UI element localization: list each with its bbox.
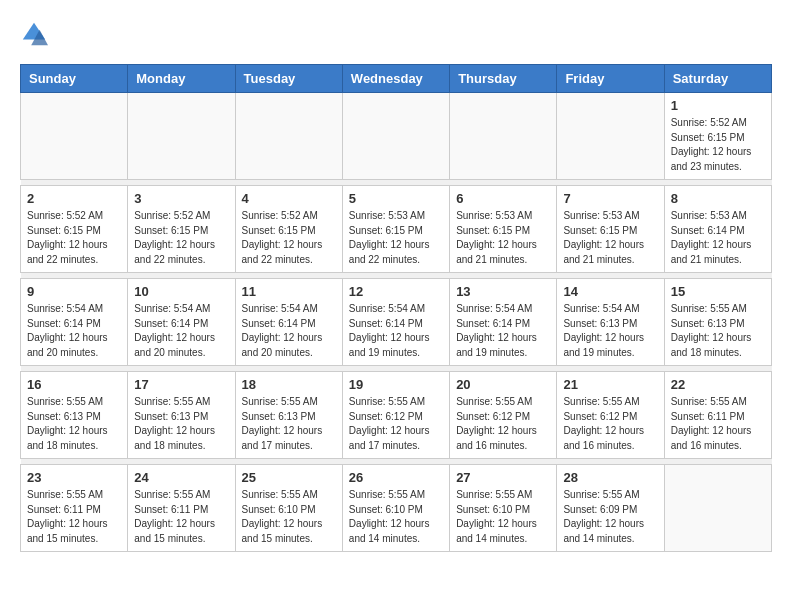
day-number: 8 bbox=[671, 191, 765, 206]
calendar-day: 16Sunrise: 5:55 AM Sunset: 6:13 PM Dayli… bbox=[21, 372, 128, 459]
weekday-header-friday: Friday bbox=[557, 65, 664, 93]
calendar-day: 8Sunrise: 5:53 AM Sunset: 6:14 PM Daylig… bbox=[664, 186, 771, 273]
weekday-header-monday: Monday bbox=[128, 65, 235, 93]
day-number: 25 bbox=[242, 470, 336, 485]
day-info: Sunrise: 5:55 AM Sunset: 6:12 PM Dayligh… bbox=[349, 395, 443, 453]
day-info: Sunrise: 5:54 AM Sunset: 6:14 PM Dayligh… bbox=[242, 302, 336, 360]
day-info: Sunrise: 5:52 AM Sunset: 6:15 PM Dayligh… bbox=[671, 116, 765, 174]
day-info: Sunrise: 5:55 AM Sunset: 6:10 PM Dayligh… bbox=[456, 488, 550, 546]
calendar-day: 6Sunrise: 5:53 AM Sunset: 6:15 PM Daylig… bbox=[450, 186, 557, 273]
day-info: Sunrise: 5:54 AM Sunset: 6:14 PM Dayligh… bbox=[349, 302, 443, 360]
day-info: Sunrise: 5:55 AM Sunset: 6:13 PM Dayligh… bbox=[27, 395, 121, 453]
day-number: 22 bbox=[671, 377, 765, 392]
calendar-day: 10Sunrise: 5:54 AM Sunset: 6:14 PM Dayli… bbox=[128, 279, 235, 366]
day-number: 2 bbox=[27, 191, 121, 206]
day-info: Sunrise: 5:53 AM Sunset: 6:15 PM Dayligh… bbox=[563, 209, 657, 267]
day-info: Sunrise: 5:55 AM Sunset: 6:10 PM Dayligh… bbox=[349, 488, 443, 546]
calendar-day bbox=[664, 465, 771, 552]
day-number: 10 bbox=[134, 284, 228, 299]
day-info: Sunrise: 5:54 AM Sunset: 6:13 PM Dayligh… bbox=[563, 302, 657, 360]
day-info: Sunrise: 5:53 AM Sunset: 6:15 PM Dayligh… bbox=[349, 209, 443, 267]
calendar-week-2: 9Sunrise: 5:54 AM Sunset: 6:14 PM Daylig… bbox=[21, 279, 772, 366]
calendar-day: 12Sunrise: 5:54 AM Sunset: 6:14 PM Dayli… bbox=[342, 279, 449, 366]
calendar-day: 28Sunrise: 5:55 AM Sunset: 6:09 PM Dayli… bbox=[557, 465, 664, 552]
calendar-day: 11Sunrise: 5:54 AM Sunset: 6:14 PM Dayli… bbox=[235, 279, 342, 366]
day-info: Sunrise: 5:55 AM Sunset: 6:13 PM Dayligh… bbox=[134, 395, 228, 453]
day-number: 16 bbox=[27, 377, 121, 392]
calendar-day: 27Sunrise: 5:55 AM Sunset: 6:10 PM Dayli… bbox=[450, 465, 557, 552]
calendar-day: 26Sunrise: 5:55 AM Sunset: 6:10 PM Dayli… bbox=[342, 465, 449, 552]
day-info: Sunrise: 5:54 AM Sunset: 6:14 PM Dayligh… bbox=[27, 302, 121, 360]
day-info: Sunrise: 5:55 AM Sunset: 6:12 PM Dayligh… bbox=[563, 395, 657, 453]
calendar-day bbox=[342, 93, 449, 180]
day-number: 7 bbox=[563, 191, 657, 206]
day-number: 14 bbox=[563, 284, 657, 299]
day-number: 24 bbox=[134, 470, 228, 485]
day-info: Sunrise: 5:54 AM Sunset: 6:14 PM Dayligh… bbox=[456, 302, 550, 360]
day-number: 15 bbox=[671, 284, 765, 299]
calendar-day bbox=[128, 93, 235, 180]
calendar-week-3: 16Sunrise: 5:55 AM Sunset: 6:13 PM Dayli… bbox=[21, 372, 772, 459]
day-number: 20 bbox=[456, 377, 550, 392]
calendar-week-0: 1Sunrise: 5:52 AM Sunset: 6:15 PM Daylig… bbox=[21, 93, 772, 180]
calendar-day: 18Sunrise: 5:55 AM Sunset: 6:13 PM Dayli… bbox=[235, 372, 342, 459]
calendar-day: 2Sunrise: 5:52 AM Sunset: 6:15 PM Daylig… bbox=[21, 186, 128, 273]
day-info: Sunrise: 5:52 AM Sunset: 6:15 PM Dayligh… bbox=[27, 209, 121, 267]
day-number: 13 bbox=[456, 284, 550, 299]
calendar-day: 21Sunrise: 5:55 AM Sunset: 6:12 PM Dayli… bbox=[557, 372, 664, 459]
weekday-header-tuesday: Tuesday bbox=[235, 65, 342, 93]
day-number: 23 bbox=[27, 470, 121, 485]
calendar-day bbox=[557, 93, 664, 180]
day-number: 17 bbox=[134, 377, 228, 392]
calendar-day: 15Sunrise: 5:55 AM Sunset: 6:13 PM Dayli… bbox=[664, 279, 771, 366]
calendar-day: 20Sunrise: 5:55 AM Sunset: 6:12 PM Dayli… bbox=[450, 372, 557, 459]
day-info: Sunrise: 5:55 AM Sunset: 6:11 PM Dayligh… bbox=[134, 488, 228, 546]
calendar-week-4: 23Sunrise: 5:55 AM Sunset: 6:11 PM Dayli… bbox=[21, 465, 772, 552]
day-number: 27 bbox=[456, 470, 550, 485]
day-info: Sunrise: 5:53 AM Sunset: 6:15 PM Dayligh… bbox=[456, 209, 550, 267]
weekday-header-saturday: Saturday bbox=[664, 65, 771, 93]
weekday-header-sunday: Sunday bbox=[21, 65, 128, 93]
day-info: Sunrise: 5:55 AM Sunset: 6:12 PM Dayligh… bbox=[456, 395, 550, 453]
calendar-day: 23Sunrise: 5:55 AM Sunset: 6:11 PM Dayli… bbox=[21, 465, 128, 552]
calendar-day: 4Sunrise: 5:52 AM Sunset: 6:15 PM Daylig… bbox=[235, 186, 342, 273]
day-number: 28 bbox=[563, 470, 657, 485]
day-info: Sunrise: 5:53 AM Sunset: 6:14 PM Dayligh… bbox=[671, 209, 765, 267]
calendar-day: 1Sunrise: 5:52 AM Sunset: 6:15 PM Daylig… bbox=[664, 93, 771, 180]
calendar-day: 3Sunrise: 5:52 AM Sunset: 6:15 PM Daylig… bbox=[128, 186, 235, 273]
day-info: Sunrise: 5:55 AM Sunset: 6:09 PM Dayligh… bbox=[563, 488, 657, 546]
day-info: Sunrise: 5:54 AM Sunset: 6:14 PM Dayligh… bbox=[134, 302, 228, 360]
day-info: Sunrise: 5:55 AM Sunset: 6:13 PM Dayligh… bbox=[242, 395, 336, 453]
day-number: 5 bbox=[349, 191, 443, 206]
day-number: 11 bbox=[242, 284, 336, 299]
calendar-day: 5Sunrise: 5:53 AM Sunset: 6:15 PM Daylig… bbox=[342, 186, 449, 273]
calendar-day bbox=[21, 93, 128, 180]
page-header bbox=[20, 20, 772, 48]
day-number: 9 bbox=[27, 284, 121, 299]
day-info: Sunrise: 5:52 AM Sunset: 6:15 PM Dayligh… bbox=[134, 209, 228, 267]
day-info: Sunrise: 5:55 AM Sunset: 6:11 PM Dayligh… bbox=[671, 395, 765, 453]
calendar-day: 22Sunrise: 5:55 AM Sunset: 6:11 PM Dayli… bbox=[664, 372, 771, 459]
calendar-week-1: 2Sunrise: 5:52 AM Sunset: 6:15 PM Daylig… bbox=[21, 186, 772, 273]
calendar-day: 14Sunrise: 5:54 AM Sunset: 6:13 PM Dayli… bbox=[557, 279, 664, 366]
day-info: Sunrise: 5:52 AM Sunset: 6:15 PM Dayligh… bbox=[242, 209, 336, 267]
logo-icon bbox=[20, 20, 48, 48]
calendar-day: 7Sunrise: 5:53 AM Sunset: 6:15 PM Daylig… bbox=[557, 186, 664, 273]
day-number: 6 bbox=[456, 191, 550, 206]
logo bbox=[20, 20, 52, 48]
calendar-day: 9Sunrise: 5:54 AM Sunset: 6:14 PM Daylig… bbox=[21, 279, 128, 366]
day-number: 21 bbox=[563, 377, 657, 392]
day-number: 4 bbox=[242, 191, 336, 206]
calendar-day: 25Sunrise: 5:55 AM Sunset: 6:10 PM Dayli… bbox=[235, 465, 342, 552]
day-info: Sunrise: 5:55 AM Sunset: 6:13 PM Dayligh… bbox=[671, 302, 765, 360]
weekday-header-wednesday: Wednesday bbox=[342, 65, 449, 93]
calendar-day: 24Sunrise: 5:55 AM Sunset: 6:11 PM Dayli… bbox=[128, 465, 235, 552]
calendar: SundayMondayTuesdayWednesdayThursdayFrid… bbox=[20, 64, 772, 552]
calendar-day: 17Sunrise: 5:55 AM Sunset: 6:13 PM Dayli… bbox=[128, 372, 235, 459]
day-number: 18 bbox=[242, 377, 336, 392]
calendar-header-row: SundayMondayTuesdayWednesdayThursdayFrid… bbox=[21, 65, 772, 93]
calendar-day bbox=[235, 93, 342, 180]
day-info: Sunrise: 5:55 AM Sunset: 6:11 PM Dayligh… bbox=[27, 488, 121, 546]
calendar-day: 13Sunrise: 5:54 AM Sunset: 6:14 PM Dayli… bbox=[450, 279, 557, 366]
calendar-day bbox=[450, 93, 557, 180]
